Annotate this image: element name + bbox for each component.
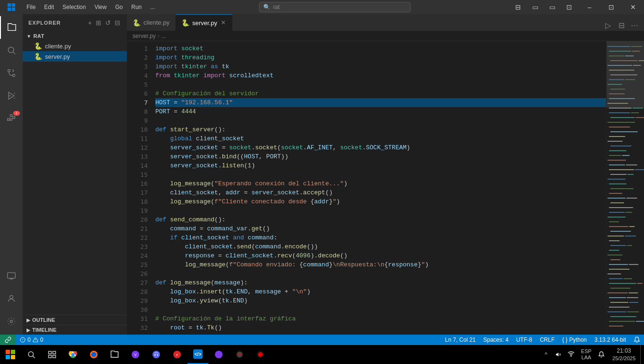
fullscreen-icon[interactable]: ⊡ — [562, 2, 577, 12]
outline-header[interactable]: ▶ OUTLINE — [23, 315, 127, 325]
new-folder-icon[interactable]: ⊞ — [95, 18, 102, 27]
code-line-19 — [155, 206, 606, 215]
activity-explorer[interactable] — [0, 16, 23, 39]
line-num-22: 22 — [127, 233, 152, 242]
svg-point-38 — [154, 355, 156, 356]
panel-toggle-icon[interactable]: ▭ — [545, 2, 560, 12]
sidebar-toggle-icon[interactable]: ▭ — [528, 2, 543, 12]
code-line-2: import threading — [155, 53, 606, 62]
menu-more[interactable]: ... — [146, 3, 159, 11]
taskbar-app5[interactable]: V — [125, 345, 146, 364]
tree-item-server[interactable]: 🐍 server.py — [23, 51, 127, 62]
code-line-10: def start_server(): — [155, 125, 606, 134]
start-button[interactable] — [0, 345, 21, 364]
tray-lang[interactable]: ESP LAA — [577, 345, 595, 364]
breadcrumb-path[interactable]: ... — [161, 33, 166, 39]
taskbar-taskview[interactable] — [42, 345, 63, 364]
tab-label-server: server.py — [192, 19, 217, 27]
code-line-31: # Configuración de la interfaz gráfica — [155, 314, 606, 323]
close-button[interactable]: ✕ — [622, 0, 644, 14]
code-line-22: if client_socket and command: — [155, 233, 606, 242]
tree-root-header[interactable]: ▼ RAT — [23, 31, 127, 41]
tree-item-cliente[interactable]: 🐍 cliente.py — [23, 41, 127, 51]
menu-edit[interactable]: Edit — [40, 3, 58, 11]
restore-button[interactable]: ⊡ — [600, 0, 622, 14]
taskbar-vscode[interactable]: </> — [188, 345, 208, 364]
svg-point-50 — [571, 356, 571, 356]
activity-search[interactable] — [0, 39, 23, 62]
run-icon[interactable]: ▷ — [602, 19, 614, 31]
status-version[interactable]: 3.13.2 64-bit — [590, 335, 630, 345]
tab-server[interactable]: 🐍 server.py × — [176, 14, 233, 31]
taskbar-firefox[interactable] — [83, 345, 104, 364]
activity-extensions[interactable]: ! — [0, 107, 23, 130]
status-errors[interactable]: 0 0 — [16, 335, 47, 345]
line-num-27: 27 — [127, 278, 152, 287]
svg-point-32 — [71, 353, 74, 356]
more-actions-icon[interactable]: ⋯ — [629, 19, 640, 31]
taskbar-chrome[interactable] — [63, 345, 83, 364]
python-file-icon-server: 🐍 — [34, 53, 42, 60]
breadcrumb: server.py › ... — [127, 31, 644, 41]
activity-run-debug[interactable] — [0, 84, 23, 107]
tray-network[interactable] — [565, 345, 577, 364]
tray-chevron[interactable]: ^ — [539, 345, 553, 364]
collapse-icon[interactable]: ⊟ — [114, 18, 121, 27]
tab-close-server[interactable]: × — [220, 18, 226, 28]
code-line-8: PORT = 4444 — [155, 107, 606, 116]
tray-volume[interactable] — [553, 345, 565, 364]
svg-rect-23 — [6, 355, 10, 359]
status-encoding[interactable]: UTF-8 — [512, 335, 536, 345]
menu-file[interactable]: File — [23, 3, 39, 11]
status-eol-text: CRLF — [540, 337, 555, 343]
search-box[interactable]: 🔍 rat — [259, 2, 411, 12]
taskbar-search[interactable] — [21, 345, 42, 364]
minimize-button[interactable]: – — [579, 0, 600, 14]
activity-accounts[interactable] — [0, 287, 23, 310]
split-editor-icon[interactable]: ⊟ — [616, 19, 627, 31]
menu-selection[interactable]: Selection — [59, 3, 89, 11]
svg-point-49 — [258, 352, 263, 357]
status-ln-col[interactable]: Ln 7, Col 21 — [441, 335, 480, 345]
line-num-5: 5 — [127, 80, 152, 89]
status-spaces[interactable]: Spaces: 4 — [480, 335, 512, 345]
menu-run[interactable]: Run — [127, 3, 145, 11]
sidebar-title: EXPLORER — [28, 20, 61, 26]
status-language[interactable]: { } Python — [558, 335, 590, 345]
activity-source-control[interactable] — [0, 62, 23, 84]
line-num-11: 11 — [127, 134, 152, 143]
svg-point-39 — [157, 355, 158, 356]
taskbar-discord[interactable] — [146, 345, 167, 364]
minimap — [606, 41, 644, 335]
activity-settings[interactable] — [0, 310, 23, 333]
svg-rect-12 — [13, 117, 15, 118]
tab-cliente[interactable]: 🐍 cliente.py — [127, 14, 176, 31]
tray-clock[interactable]: 21:03 25/2/2025 — [608, 345, 640, 364]
taskbar-app9[interactable] — [208, 345, 229, 364]
status-remote[interactable] — [0, 335, 16, 345]
layout-icon[interactable]: ⊟ — [510, 2, 526, 12]
code-line-14: server_socket.listen(1) — [155, 161, 606, 170]
status-eol[interactable]: CRLF — [536, 335, 558, 345]
tray-lang-text: ESP LAA — [581, 348, 591, 361]
tray-notifications[interactable] — [595, 345, 608, 364]
activity-remote[interactable] — [0, 264, 23, 287]
taskbar-files[interactable] — [104, 345, 125, 364]
taskbar-obs[interactable] — [229, 345, 250, 364]
show-desktop-button[interactable] — [640, 345, 644, 364]
refresh-icon[interactable]: ↺ — [104, 18, 112, 27]
menu-view[interactable]: View — [90, 3, 110, 11]
svg-point-47 — [239, 354, 241, 356]
taskbar-app11[interactable] — [250, 345, 271, 364]
new-file-icon[interactable]: + — [87, 18, 93, 27]
status-notifications[interactable] — [630, 335, 644, 345]
code-area[interactable]: import socket import threading import tk… — [152, 41, 606, 335]
sidebar-spacer — [23, 62, 127, 315]
breadcrumb-file[interactable]: server.py — [133, 33, 156, 39]
timeline-header[interactable]: ▶ TIMELINE — [23, 325, 127, 335]
taskbar-app7[interactable]: P — [167, 345, 188, 364]
code-line-17: client_socket, addr = server_socket.acce… — [155, 188, 606, 197]
sidebar: EXPLORER + ⊞ ↺ ⊟ ▼ RAT 🐍 cliente.py 🐍 se… — [23, 14, 127, 335]
menu-go[interactable]: Go — [111, 3, 126, 11]
svg-point-34 — [91, 352, 96, 357]
